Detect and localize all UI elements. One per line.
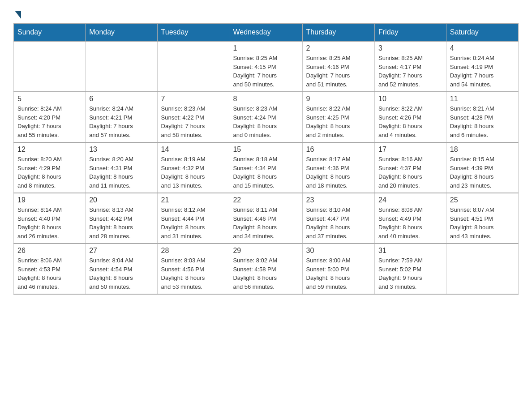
weekday-header-friday: Friday	[375, 24, 446, 42]
calendar-week-row: 1Sunrise: 8:25 AMSunset: 4:15 PMDaylight…	[14, 41, 519, 92]
day-info: Sunrise: 8:20 AMSunset: 4:29 PMDaylight:…	[17, 155, 82, 190]
day-info: Sunrise: 8:16 AMSunset: 4:37 PMDaylight:…	[378, 155, 442, 190]
day-number: 10	[378, 95, 442, 103]
day-info: Sunrise: 8:22 AMSunset: 4:26 PMDaylight:…	[378, 104, 442, 139]
day-info: Sunrise: 8:06 AMSunset: 4:53 PMDaylight:…	[17, 256, 82, 291]
calendar-cell	[446, 244, 518, 294]
calendar-cell: 2Sunrise: 8:25 AMSunset: 4:16 PMDaylight…	[302, 41, 374, 92]
calendar-cell: 1Sunrise: 8:25 AMSunset: 4:15 PMDaylight…	[229, 41, 302, 92]
day-info: Sunrise: 8:15 AMSunset: 4:39 PMDaylight:…	[450, 155, 515, 190]
calendar-cell: 8Sunrise: 8:23 AMSunset: 4:24 PMDaylight…	[229, 92, 302, 142]
calendar-cell: 14Sunrise: 8:19 AMSunset: 4:32 PMDayligh…	[157, 142, 229, 193]
day-number: 25	[450, 196, 515, 204]
calendar-cell: 30Sunrise: 8:00 AMSunset: 5:00 PMDayligh…	[302, 244, 374, 294]
weekday-header-row: SundayMondayTuesdayWednesdayThursdayFrid…	[14, 24, 519, 42]
day-number: 2	[306, 44, 371, 52]
weekday-header-tuesday: Tuesday	[157, 24, 229, 42]
calendar-cell: 22Sunrise: 8:11 AMSunset: 4:46 PMDayligh…	[229, 193, 302, 244]
calendar-cell	[157, 41, 229, 92]
calendar-cell: 7Sunrise: 8:23 AMSunset: 4:22 PMDaylight…	[157, 92, 229, 142]
day-info: Sunrise: 8:18 AMSunset: 4:34 PMDaylight:…	[233, 155, 298, 190]
calendar-cell: 4Sunrise: 8:24 AMSunset: 4:19 PMDaylight…	[446, 41, 518, 92]
day-info: Sunrise: 8:21 AMSunset: 4:28 PMDaylight:…	[450, 104, 515, 139]
calendar-cell: 26Sunrise: 8:06 AMSunset: 4:53 PMDayligh…	[14, 244, 86, 294]
day-number: 28	[161, 247, 226, 255]
day-number: 27	[89, 247, 153, 255]
day-number: 9	[306, 95, 371, 103]
day-number: 4	[450, 44, 515, 52]
page-header	[13, 9, 519, 19]
calendar-cell: 19Sunrise: 8:14 AMSunset: 4:40 PMDayligh…	[14, 193, 86, 244]
weekday-header-thursday: Thursday	[302, 24, 374, 42]
day-number: 23	[306, 196, 371, 204]
day-info: Sunrise: 8:13 AMSunset: 4:42 PMDaylight:…	[89, 206, 153, 240]
day-info: Sunrise: 8:24 AMSunset: 4:19 PMDaylight:…	[450, 54, 515, 89]
calendar-cell: 9Sunrise: 8:22 AMSunset: 4:25 PMDaylight…	[302, 92, 374, 142]
calendar-cell: 21Sunrise: 8:12 AMSunset: 4:44 PMDayligh…	[157, 193, 229, 244]
calendar-cell: 11Sunrise: 8:21 AMSunset: 4:28 PMDayligh…	[446, 92, 518, 142]
day-number: 15	[233, 146, 298, 154]
calendar-cell: 10Sunrise: 8:22 AMSunset: 4:26 PMDayligh…	[375, 92, 446, 142]
day-info: Sunrise: 8:08 AMSunset: 4:49 PMDaylight:…	[378, 206, 442, 240]
logo	[13, 9, 21, 19]
day-number: 29	[233, 247, 298, 255]
day-number: 16	[306, 146, 371, 154]
day-number: 13	[89, 146, 153, 154]
calendar-cell	[14, 41, 86, 92]
day-info: Sunrise: 8:00 AMSunset: 5:00 PMDaylight:…	[306, 256, 371, 291]
day-number: 11	[450, 95, 515, 103]
calendar-cell: 27Sunrise: 8:04 AMSunset: 4:54 PMDayligh…	[86, 244, 157, 294]
day-info: Sunrise: 8:20 AMSunset: 4:31 PMDaylight:…	[89, 155, 153, 190]
day-number: 8	[233, 95, 298, 103]
calendar-cell: 17Sunrise: 8:16 AMSunset: 4:37 PMDayligh…	[375, 142, 446, 193]
day-info: Sunrise: 8:17 AMSunset: 4:36 PMDaylight:…	[306, 155, 371, 190]
day-info: Sunrise: 8:07 AMSunset: 4:51 PMDaylight:…	[450, 206, 515, 240]
day-info: Sunrise: 8:25 AMSunset: 4:17 PMDaylight:…	[378, 54, 442, 89]
day-info: Sunrise: 8:11 AMSunset: 4:46 PMDaylight:…	[233, 206, 298, 240]
day-info: Sunrise: 8:24 AMSunset: 4:20 PMDaylight:…	[17, 104, 82, 139]
day-info: Sunrise: 8:25 AMSunset: 4:15 PMDaylight:…	[233, 54, 298, 89]
calendar-cell: 25Sunrise: 8:07 AMSunset: 4:51 PMDayligh…	[446, 193, 518, 244]
calendar-cell: 18Sunrise: 8:15 AMSunset: 4:39 PMDayligh…	[446, 142, 518, 193]
day-info: Sunrise: 8:04 AMSunset: 4:54 PMDaylight:…	[89, 256, 153, 291]
day-number: 21	[161, 196, 226, 204]
calendar-cell: 20Sunrise: 8:13 AMSunset: 4:42 PMDayligh…	[86, 193, 157, 244]
day-number: 20	[89, 196, 153, 204]
calendar-cell: 31Sunrise: 7:59 AMSunset: 5:02 PMDayligh…	[375, 244, 446, 294]
calendar-cell: 5Sunrise: 8:24 AMSunset: 4:20 PMDaylight…	[14, 92, 86, 142]
calendar-week-row: 5Sunrise: 8:24 AMSunset: 4:20 PMDaylight…	[14, 92, 519, 142]
calendar-cell: 15Sunrise: 8:18 AMSunset: 4:34 PMDayligh…	[229, 142, 302, 193]
weekday-header-sunday: Sunday	[14, 24, 86, 42]
day-number: 12	[17, 146, 82, 154]
day-number: 17	[378, 146, 442, 154]
calendar-cell: 28Sunrise: 8:03 AMSunset: 4:56 PMDayligh…	[157, 244, 229, 294]
calendar-cell: 6Sunrise: 8:24 AMSunset: 4:21 PMDaylight…	[86, 92, 157, 142]
calendar-cell: 3Sunrise: 8:25 AMSunset: 4:17 PMDaylight…	[375, 41, 446, 92]
day-number: 24	[378, 196, 442, 204]
day-number: 5	[17, 95, 82, 103]
day-number: 3	[378, 44, 442, 52]
calendar-table: SundayMondayTuesdayWednesdayThursdayFrid…	[13, 23, 519, 295]
calendar-cell: 23Sunrise: 8:10 AMSunset: 4:47 PMDayligh…	[302, 193, 374, 244]
calendar-week-row: 12Sunrise: 8:20 AMSunset: 4:29 PMDayligh…	[14, 142, 519, 193]
day-info: Sunrise: 8:19 AMSunset: 4:32 PMDaylight:…	[161, 155, 226, 190]
day-number: 19	[17, 196, 82, 204]
day-info: Sunrise: 8:24 AMSunset: 4:21 PMDaylight:…	[89, 104, 153, 139]
day-number: 1	[233, 44, 298, 52]
day-info: Sunrise: 8:10 AMSunset: 4:47 PMDaylight:…	[306, 206, 371, 240]
calendar-cell: 13Sunrise: 8:20 AMSunset: 4:31 PMDayligh…	[86, 142, 157, 193]
day-info: Sunrise: 8:25 AMSunset: 4:16 PMDaylight:…	[306, 54, 371, 89]
day-number: 14	[161, 146, 226, 154]
calendar-cell: 12Sunrise: 8:20 AMSunset: 4:29 PMDayligh…	[14, 142, 86, 193]
day-info: Sunrise: 8:12 AMSunset: 4:44 PMDaylight:…	[161, 206, 226, 240]
calendar-cell: 29Sunrise: 8:02 AMSunset: 4:58 PMDayligh…	[229, 244, 302, 294]
day-info: Sunrise: 7:59 AMSunset: 5:02 PMDaylight:…	[378, 256, 442, 291]
day-number: 26	[17, 247, 82, 255]
day-info: Sunrise: 8:14 AMSunset: 4:40 PMDaylight:…	[17, 206, 82, 240]
calendar-cell: 24Sunrise: 8:08 AMSunset: 4:49 PMDayligh…	[375, 193, 446, 244]
day-number: 6	[89, 95, 153, 103]
calendar-cell	[86, 41, 157, 92]
calendar-week-row: 19Sunrise: 8:14 AMSunset: 4:40 PMDayligh…	[14, 193, 519, 244]
day-info: Sunrise: 8:23 AMSunset: 4:24 PMDaylight:…	[233, 104, 298, 139]
day-number: 7	[161, 95, 226, 103]
